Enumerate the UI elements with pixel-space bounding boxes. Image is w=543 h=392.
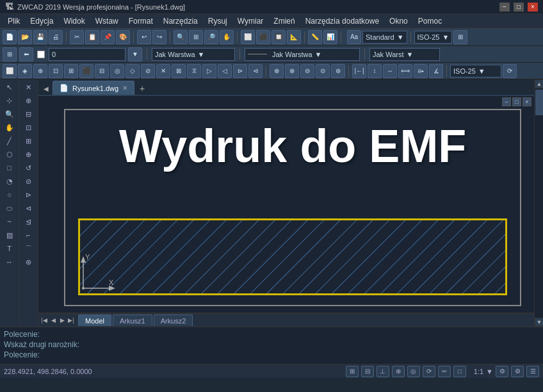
scroll-thumb[interactable] xyxy=(535,90,543,115)
status-lwt-btn[interactable]: ═ xyxy=(438,366,451,377)
menu-zmien[interactable]: Zmień xyxy=(268,15,300,27)
layer-manager-button[interactable]: ⊞ xyxy=(3,47,17,61)
tb3-dim5-btn[interactable]: ⌲ xyxy=(414,64,428,78)
tool2-trim[interactable]: ⊲ xyxy=(21,202,36,215)
scroll-track[interactable] xyxy=(535,88,543,318)
sub-minimize-button[interactable]: − xyxy=(502,97,511,106)
tool-line[interactable]: ╱ xyxy=(2,135,17,147)
tb3-snap16-btn[interactable]: ⊳ xyxy=(233,64,247,78)
close-button[interactable]: × xyxy=(528,3,538,12)
tool2-extend[interactable]: ⊴ xyxy=(21,215,36,228)
tb3-snap5-btn[interactable]: ⊞ xyxy=(64,64,78,78)
tb3-snap13-btn[interactable]: ⧖ xyxy=(187,64,201,78)
maximize-button[interactable]: □ xyxy=(514,3,524,12)
tb-insert-button[interactable]: ⬛ xyxy=(256,30,270,44)
status-otrack-btn[interactable]: ⟳ xyxy=(423,366,435,377)
tb-iso-btn[interactable]: ⊞ xyxy=(453,30,467,44)
tool-zoom[interactable]: 🔍 xyxy=(2,108,17,120)
tb3-dim1-btn[interactable]: |←| xyxy=(352,64,366,78)
tb-iso-dropdown[interactable]: ISO-25 ▼ xyxy=(414,31,453,44)
sheet-nav-first[interactable]: |◀ xyxy=(40,316,49,325)
tb3-snap19-btn[interactable]: ⊗ xyxy=(285,64,299,78)
status-osnap-btn[interactable]: ◎ xyxy=(407,366,420,377)
tb-dist-button[interactable]: 📏 xyxy=(308,30,322,44)
tb-style-dropdown[interactable]: Standard ▼ xyxy=(362,31,407,44)
minimize-button[interactable]: − xyxy=(499,3,510,12)
sub-close-button[interactable]: × xyxy=(523,97,531,106)
sheet-nav-last[interactable]: ▶| xyxy=(67,316,76,325)
tb3-snap-btn[interactable]: ⬜ xyxy=(3,64,17,78)
tb-zoom-prev-button[interactable]: 🔎 xyxy=(204,30,218,44)
tb3-snap21-btn[interactable]: ⊝ xyxy=(316,64,330,78)
tb-zoom-button[interactable]: 🔍 xyxy=(174,30,188,44)
tb3-dim4-btn[interactable]: ⟺ xyxy=(398,64,412,78)
sheet-tab-model[interactable]: Model xyxy=(78,314,111,326)
tb3-snap9-btn[interactable]: ◇ xyxy=(126,64,140,78)
tb3-snap6-btn[interactable]: ⬛ xyxy=(79,64,93,78)
layer-dropdown-arrow[interactable]: ▼ xyxy=(128,47,142,61)
tb3-snap12-btn[interactable]: ⊠ xyxy=(172,64,186,78)
tb3-snap3-btn[interactable]: ⊕ xyxy=(33,64,47,78)
menu-widok[interactable]: Widok xyxy=(58,15,90,27)
tb3-snap8-btn[interactable]: ◎ xyxy=(110,64,124,78)
right-scrollbar[interactable]: ▲ ▼ xyxy=(534,79,543,327)
sheet-nav-next[interactable]: ▶ xyxy=(58,316,67,325)
tb-attedit-button[interactable]: 📐 xyxy=(287,30,301,44)
tool2-erase[interactable]: ✕ xyxy=(21,81,36,94)
tb-print-button[interactable]: 🖨 xyxy=(49,30,63,44)
tb-pan-button[interactable]: ✋ xyxy=(220,30,234,44)
tb3-snap14-btn[interactable]: ▷ xyxy=(202,64,216,78)
tb-paste-button[interactable]: 📌 xyxy=(101,30,115,44)
tb3-dim2-btn[interactable]: ↕ xyxy=(368,64,382,78)
tb-block-button[interactable]: ⬜ xyxy=(241,30,255,44)
tb3-snap4-btn[interactable]: ⊡ xyxy=(49,64,63,78)
sub-restore-button[interactable]: □ xyxy=(512,97,521,106)
tool2-move[interactable]: ⊕ xyxy=(21,148,36,161)
tb3-dim3-btn[interactable]: ↔ xyxy=(383,64,397,78)
tool2-rotate[interactable]: ↺ xyxy=(21,161,36,174)
linewidth-dropdown[interactable]: Jak Warst▼ xyxy=(369,48,440,61)
tab-add-button[interactable]: + xyxy=(136,82,149,95)
tool-hatch[interactable]: ▨ xyxy=(2,229,17,241)
tool-spline[interactable]: ~ xyxy=(2,215,17,228)
menu-wymiar[interactable]: Wymiar xyxy=(232,15,269,27)
tb-matchprop-button[interactable]: 🎨 xyxy=(116,30,130,44)
tb3-snap17-btn[interactable]: ⊲ xyxy=(248,64,263,78)
tb3-iso-ref-btn[interactable]: ⟳ xyxy=(503,64,517,78)
tool-rect[interactable]: □ xyxy=(2,161,17,174)
status-grid-btn[interactable]: ⊟ xyxy=(361,366,374,377)
tool-polyline[interactable]: ⬡ xyxy=(2,148,17,161)
scroll-up-button[interactable]: ▲ xyxy=(535,79,543,88)
menu-format[interactable]: Format xyxy=(124,15,158,27)
tool-dim[interactable]: ↔ xyxy=(2,256,17,268)
tool2-mirror[interactable]: ⊟ xyxy=(21,108,36,120)
tool-ellipse[interactable]: ⬭ xyxy=(2,202,17,215)
menu-okno[interactable]: Okno xyxy=(384,15,413,27)
sheet-tab-arkusz1[interactable]: Arkusz1 xyxy=(113,314,152,326)
menu-pomoc[interactable]: Pomoc xyxy=(413,15,447,27)
tb3-snap10-btn[interactable]: ⊘ xyxy=(141,64,155,78)
tool-arc[interactable]: ◔ xyxy=(2,175,17,188)
menu-edycja[interactable]: Edycja xyxy=(25,15,58,27)
tool-pick[interactable]: ⊹ xyxy=(2,94,17,107)
status-settings-btn[interactable]: ⚙ xyxy=(496,366,508,377)
tool-circle[interactable]: ○ xyxy=(2,188,17,201)
tb-save-button[interactable]: 💾 xyxy=(33,30,47,44)
tool-text[interactable]: T xyxy=(2,242,17,255)
tb-open-button[interactable]: 📂 xyxy=(18,30,32,44)
tb-zoom-win-button[interactable]: ⊞ xyxy=(189,30,203,44)
tab-scroll-left[interactable]: ◀ xyxy=(41,82,51,95)
tool2-chamfer[interactable]: ⌐ xyxy=(21,229,36,241)
tool2-fillet[interactable]: ⌒ xyxy=(21,242,36,255)
menu-narzedzia-dodatkowe[interactable]: Narzędzia dodatkowe xyxy=(300,15,384,27)
tb3-snap2-btn[interactable]: ◈ xyxy=(18,64,32,78)
tb3-snap20-btn[interactable]: ⊖ xyxy=(300,64,314,78)
tb-attdef-button[interactable]: 🔲 xyxy=(272,30,286,44)
status-snap-btn[interactable]: ⊞ xyxy=(346,366,359,377)
status-extra-btn[interactable]: ⚙ xyxy=(511,366,524,377)
status-ortho-btn[interactable]: ⊥ xyxy=(377,366,389,377)
tb3-snap7-btn[interactable]: ⊟ xyxy=(95,64,109,78)
sheet-nav-prev[interactable]: ◀ xyxy=(49,316,58,325)
tb-id-button[interactable]: 📊 xyxy=(323,30,337,44)
tb3-snap11-btn[interactable]: ✕ xyxy=(156,64,170,78)
